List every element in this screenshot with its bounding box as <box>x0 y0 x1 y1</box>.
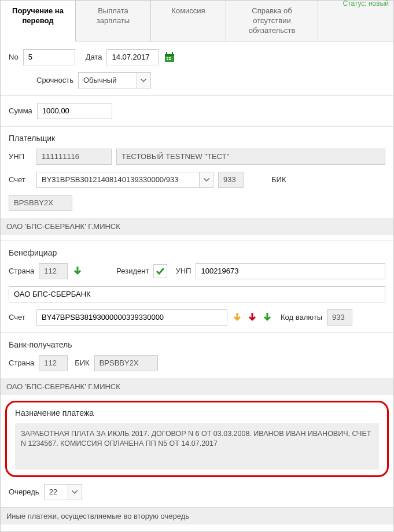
tab-no-obligations-cert[interactable]: Справка об отсутствии обязательств <box>226 1 318 42</box>
svg-rect-7 <box>169 59 171 60</box>
sum-input[interactable] <box>37 103 112 119</box>
payer-unp-value: 111111116 <box>36 149 112 165</box>
arrow-down-green-icon[interactable] <box>262 312 273 323</box>
resident-checkbox[interactable] <box>153 264 167 278</box>
svg-rect-4 <box>167 57 168 58</box>
purpose-highlight: Назначение платежа ЗАРАБОТНАЯ ПЛАТА ЗА И… <box>5 401 389 477</box>
beneficiary-account-input[interactable] <box>36 309 227 326</box>
svg-rect-3 <box>172 52 173 55</box>
payer-code-value: 933 <box>218 172 244 188</box>
date-label: Дата <box>86 53 102 61</box>
beneficiary-currency-label: Код валюты <box>281 313 322 322</box>
payer-account-value: BY31BPSB30121408140139330000/933 <box>37 172 199 187</box>
beneficiary-resident-label: Резидент <box>116 267 149 275</box>
svg-rect-2 <box>166 52 167 55</box>
payer-bank-name: ОАО 'БПС-СБЕРБАНК' Г.МИНСК <box>1 218 393 235</box>
tab-salary-payment[interactable]: Выплата зарплаты <box>76 1 151 42</box>
payer-name-value: ТЕСТОВЫЙ TESTNEW "ТЕСТ" <box>116 149 385 165</box>
beneficiary-unp-input[interactable] <box>196 263 385 279</box>
tabs: Поручение на перевод Выплата зарплаты Ко… <box>1 1 393 42</box>
urgency-label: Срочность <box>36 76 73 84</box>
payer-account-label: Счет <box>9 175 32 184</box>
payer-bik-label: БИК <box>271 175 286 184</box>
payer-account-select[interactable]: BY31BPSB30121408140139330000/933 <box>36 172 213 188</box>
purpose-text[interactable]: ЗАРАБОТНАЯ ПЛАТА ЗА ИЮЛЬ 2017. ДОГОВОР N… <box>15 423 379 470</box>
queue-value: 22 <box>45 485 68 500</box>
no-label: No <box>9 53 19 61</box>
queue-select[interactable]: 22 <box>44 484 82 500</box>
svg-rect-5 <box>169 57 171 58</box>
recipient-country-value: 112 <box>39 355 68 371</box>
payer-section-title: Плательщик <box>9 134 385 143</box>
chevron-down-icon[interactable] <box>68 485 82 500</box>
beneficiary-account-label: Счет <box>9 313 32 322</box>
urgency-select[interactable]: Обычный <box>78 72 151 88</box>
beneficiary-name-input[interactable] <box>9 286 385 302</box>
no-input[interactable] <box>23 49 75 65</box>
recipient-bik-label: БИК <box>75 359 89 367</box>
chevron-down-icon[interactable] <box>137 73 150 88</box>
arrow-down-green-icon[interactable] <box>72 266 83 276</box>
beneficiary-currency-value: 933 <box>327 309 352 326</box>
tab-commission[interactable]: Комиссия <box>151 1 226 42</box>
urgency-value: Обычный <box>79 73 137 88</box>
recipient-bank-name: ОАО 'БПС-СБЕРБАНК' Г.МИНСК <box>1 378 393 395</box>
queue-description: Иные платежи, осуществляемые во вторую о… <box>1 507 393 524</box>
payer-bik-value: BPSBBY2X <box>9 195 72 211</box>
beneficiary-unp-label: УНП <box>175 267 191 275</box>
sum-label: Сумма <box>9 106 32 115</box>
purpose-title: Назначение платежа <box>15 408 379 418</box>
beneficiary-country-label: Страна <box>9 267 34 275</box>
tab-transfer-order[interactable]: Поручение на перевод <box>1 1 76 42</box>
date-input[interactable] <box>106 49 159 65</box>
payer-unp-label: УНП <box>9 152 32 161</box>
beneficiary-country-value: 112 <box>39 263 68 279</box>
queue-label: Очередь <box>9 487 39 496</box>
calendar-icon[interactable] <box>163 51 176 64</box>
svg-rect-6 <box>167 59 168 60</box>
recipient-bank-section-title: Банк-получатель <box>9 340 385 349</box>
beneficiary-section-title: Бенефициар <box>9 248 385 257</box>
recipient-bik-value: BPSBBY2X <box>94 355 158 371</box>
recipient-country-label: Страна <box>9 359 34 367</box>
arrow-down-orange-icon[interactable] <box>232 312 242 323</box>
status-text: Статус: новый <box>343 0 389 8</box>
arrow-down-red-icon[interactable] <box>247 312 257 323</box>
chevron-down-icon[interactable] <box>199 172 213 187</box>
